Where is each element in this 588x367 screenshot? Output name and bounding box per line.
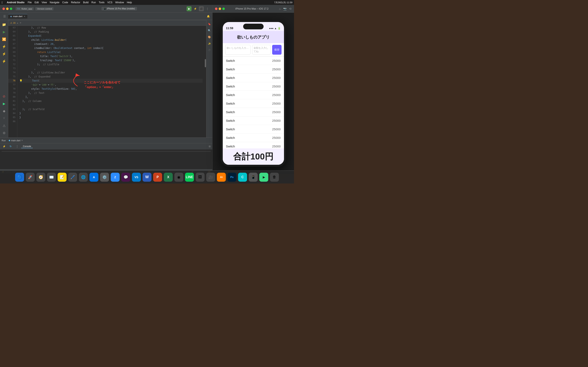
app-name[interactable]: Android Studio: [7, 1, 25, 4]
sim-rotate-icon[interactable]: ⟲: [289, 7, 292, 10]
code-area[interactable]: 63 64 65 66 67 68 69 70 71 72 73 74 75 7…: [8, 26, 206, 137]
file-tab-bar: ☰ ◆ main.dart ✕ 🔔: [0, 13, 212, 20]
git-icon[interactable]: 🔀: [1, 36, 7, 42]
dock-freeform[interactable]: 🖊️: [68, 173, 77, 182]
history-icon[interactable]: ⏱: [207, 48, 212, 53]
dock-zoom[interactable]: Z: [111, 173, 120, 182]
item-name-input[interactable]: 欲いしものを入カ…: [225, 45, 251, 55]
git2-icon[interactable]: ⑂: [1, 115, 7, 121]
figma-icon: ◉: [177, 175, 181, 179]
dock-canva[interactable]: C: [238, 173, 247, 182]
dock-capture[interactable]: 🎥: [206, 173, 215, 182]
code-content[interactable]: ), // Row ), // Padding Expanded( child:…: [17, 26, 205, 137]
menu-edit[interactable]: Edit: [35, 1, 39, 4]
dock-launchpad[interactable]: 🚀: [26, 173, 35, 182]
toggle-sidebar-button[interactable]: ☰: [2, 13, 7, 19]
dock-appstore[interactable]: A: [89, 173, 98, 182]
menu-navigate[interactable]: Navigate: [50, 1, 60, 4]
menu-run[interactable]: Run: [91, 1, 96, 4]
dock-trash[interactable]: 🗑: [270, 173, 279, 182]
menu-refactor[interactable]: Refactor: [71, 1, 80, 4]
notifications-icon[interactable]: 🔔: [206, 14, 211, 19]
dock-settings[interactable]: ⚙️: [100, 173, 109, 182]
item-name-3: Switch: [226, 76, 272, 80]
settings-icon[interactable]: ⚙: [1, 130, 7, 136]
menu-help[interactable]: Help: [127, 1, 132, 4]
flutter3-icon[interactable]: ⚡: [1, 58, 7, 64]
menu-window[interactable]: Window: [115, 1, 124, 4]
paint-icon[interactable]: 🎨: [207, 35, 212, 40]
dock-line[interactable]: LINE: [185, 173, 194, 182]
menu-build[interactable]: Build: [83, 1, 89, 4]
close-tab-icon[interactable]: ✕: [24, 15, 25, 17]
dock-figma[interactable]: ◉: [174, 173, 183, 182]
debug-button[interactable]: ⚡: [193, 6, 198, 11]
diamond-icon[interactable]: ◆: [1, 108, 7, 114]
dock-slack[interactable]: 💬: [121, 173, 130, 182]
menu-vcs[interactable]: VCS: [107, 1, 112, 4]
dock-chrome[interactable]: 🌐: [79, 173, 88, 182]
menu-code[interactable]: Code: [62, 1, 68, 4]
dock-vscode[interactable]: VS: [132, 173, 141, 182]
menu-file[interactable]: File: [28, 1, 32, 4]
dock-preview[interactable]: 🖼: [196, 173, 205, 182]
sim-home-icon[interactable]: ⌂: [279, 7, 281, 10]
run-button[interactable]: ▶: [187, 6, 191, 11]
dock-simulator[interactable]: 📱: [249, 173, 258, 182]
project-breadcrumb[interactable]: FA flutter_app: [16, 7, 34, 10]
close-run-tab-icon[interactable]: ✕: [21, 139, 23, 142]
ide-titlebar: FA flutter_app Version control 📱 iPhone …: [0, 5, 212, 13]
console-tab[interactable]: Console: [21, 145, 33, 148]
menu-view[interactable]: View: [42, 1, 47, 4]
item-price-input[interactable]: 金額を入力してね: [252, 45, 270, 55]
scrollbar-thumb[interactable]: [205, 59, 206, 67]
flutter2-icon[interactable]: ⚡: [1, 51, 7, 57]
bookmarks-icon[interactable]: 🔖: [207, 22, 212, 26]
close-button[interactable]: [2, 8, 5, 10]
ai-icon[interactable]: ✨: [207, 41, 212, 46]
code-editor[interactable]: ⚠ 16 ▲ ▼ 63 64 65 66 67 68 69 70 71: [8, 20, 206, 137]
file-tab-main-dart[interactable]: ◆ main.dart ✕: [8, 14, 27, 18]
sim-maximize-button[interactable]: [222, 8, 225, 10]
console-refresh-icon[interactable]: ↻: [8, 144, 13, 149]
dock-android-studio[interactable]: ▶: [259, 173, 268, 182]
maximize-button[interactable]: [10, 8, 12, 10]
apple-menu[interactable]: : [2, 1, 3, 4]
version-control-breadcrumb[interactable]: Version control: [35, 7, 53, 10]
line-86: 86: [8, 119, 16, 124]
sim-minimize-button[interactable]: [219, 8, 221, 10]
run-panel-icon[interactable]: ▶: [1, 29, 7, 35]
dock-word[interactable]: W: [143, 173, 151, 182]
bottom-expand-icon[interactable]: ⊞: [209, 145, 211, 148]
device-selector[interactable]: 📱 iPhone 15 Pro Max (mobile): [102, 7, 137, 10]
console-lightning-icon[interactable]: ⚡: [2, 144, 7, 149]
inspect-icon[interactable]: 🔍: [207, 28, 212, 33]
no-network-icon[interactable]: ⊘: [1, 93, 7, 99]
project-tree-icon[interactable]: 📁: [1, 22, 7, 27]
more-button[interactable]: ⋮: [205, 6, 210, 11]
sim-close-button[interactable]: [215, 8, 217, 10]
warning-panel-icon[interactable]: ⚠: [1, 123, 7, 128]
stop-button[interactable]: ⬛: [199, 6, 204, 11]
dock-notes[interactable]: 📝: [58, 173, 67, 182]
warning-nav-up[interactable]: ▲: [16, 22, 18, 24]
dock-safari[interactable]: 🧭: [36, 173, 45, 182]
dock-photoshop[interactable]: Ps: [227, 173, 236, 182]
android-icon[interactable]: ▶: [1, 101, 7, 106]
warning-nav-down[interactable]: ▼: [19, 22, 22, 24]
save-button[interactable]: 保存: [272, 45, 282, 55]
flutter-icon[interactable]: ⚡: [1, 44, 7, 49]
run-tab[interactable]: Run: [2, 139, 6, 142]
run-file-tab[interactable]: ◆ main.dart ✕: [9, 139, 23, 142]
dock-finder[interactable]: 🔵: [15, 173, 24, 182]
dock-mail[interactable]: ✉️: [47, 173, 56, 182]
vertical-scrollbar[interactable]: [205, 26, 206, 137]
minimize-button[interactable]: [6, 8, 9, 10]
menu-tools[interactable]: Tools: [99, 1, 104, 4]
dock-excel[interactable]: X: [164, 173, 173, 182]
menu-items: File Edit View Navigate Code Refactor Bu…: [28, 1, 271, 4]
dock-powerpoint[interactable]: P: [153, 173, 162, 182]
sim-camera-icon[interactable]: 📷: [283, 7, 287, 10]
dock-illustrator[interactable]: Ai: [217, 173, 226, 182]
console-menu-icon[interactable]: ⋮: [15, 144, 20, 149]
